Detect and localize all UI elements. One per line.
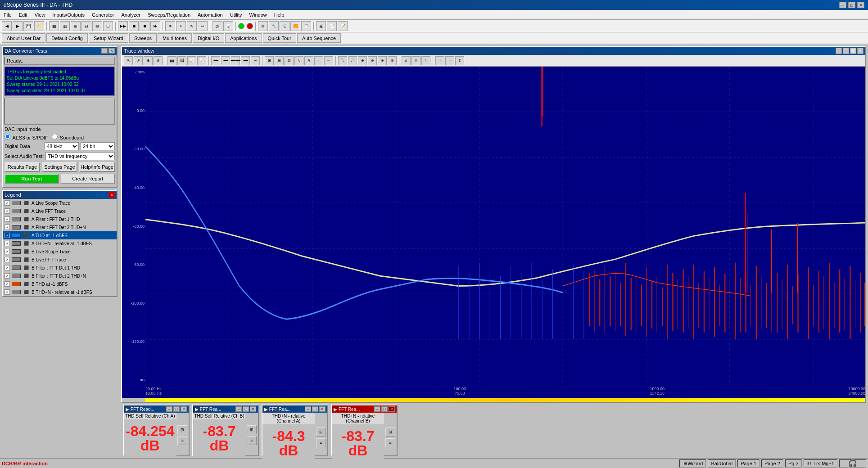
fft1-close-btn[interactable]: ×	[181, 406, 187, 412]
legend-check-1[interactable]: ✓	[5, 208, 10, 214]
toolbar-btn-15[interactable]: ≋	[165, 21, 175, 31]
toolbar-btn-28[interactable]: 📝	[338, 21, 348, 31]
menu-sweeps[interactable]: Sweeps/Regulation	[144, 11, 194, 18]
run-test-button[interactable]: Run Test	[5, 174, 59, 184]
fft4-side-btn-1[interactable]: ⊞	[385, 428, 395, 436]
fft4-max-btn[interactable]: □	[381, 406, 388, 412]
trace-tool-3[interactable]: ⊕	[144, 56, 153, 65]
close-button[interactable]: ×	[857, 2, 864, 8]
trace-tool-10[interactable]: ⟶	[221, 56, 230, 65]
toolbar-btn-24[interactable]: 📶	[290, 21, 300, 31]
trace-tool-20[interactable]: ∾	[324, 56, 333, 65]
led-green[interactable]	[238, 23, 244, 29]
menu-edit[interactable]: Edit	[15, 11, 31, 18]
radio-soundcard-label[interactable]: Soundcard	[52, 134, 84, 140]
legend-check-3[interactable]: ✓	[5, 225, 10, 230]
toolbar-btn-18[interactable]: ∾	[198, 21, 208, 31]
bit-select[interactable]: 24 bit	[81, 142, 115, 150]
trace-tool-16[interactable]: ⊡	[285, 56, 294, 65]
trace-tool-6[interactable]: 🖼	[177, 56, 186, 65]
menu-analyzer[interactable]: Analyzer	[118, 11, 144, 18]
toolbar-btn-23[interactable]: 📡	[280, 21, 289, 31]
legend-item-4[interactable]: ✓ ⬛ A THD at -1 dBFS	[3, 231, 117, 239]
trace-close-btn[interactable]: ×	[857, 48, 863, 54]
trace-tool-11[interactable]: ⟵⟶	[231, 56, 240, 65]
trace-tool-17[interactable]: ∿	[294, 56, 303, 65]
audio-test-select[interactable]: THD vs frequency	[45, 152, 115, 160]
menu-help[interactable]: Help	[271, 11, 288, 18]
legend-check-5[interactable]: ✓	[5, 241, 10, 246]
trace-tool-19[interactable]: ≈	[314, 56, 323, 65]
toolbar-btn-12[interactable]: ⏹	[129, 21, 139, 31]
trace-tool-2[interactable]: ↗	[134, 56, 143, 65]
digital-io-button[interactable]: Digital I/O	[193, 33, 224, 43]
toolbar-btn-20[interactable]: 📊	[223, 21, 233, 31]
da-minimize-btn[interactable]: −	[101, 48, 108, 54]
create-report-button[interactable]: Create Report	[61, 174, 115, 184]
trace-tool-9[interactable]: ⟵	[211, 56, 220, 65]
toolbar-btn-9[interactable]: ⊠	[92, 21, 102, 31]
trace-tool-23[interactable]: ⊕	[358, 56, 367, 65]
x-scrollbar[interactable]	[145, 398, 865, 402]
toolbar-btn-22[interactable]: 🔧	[269, 21, 279, 31]
trace-tool-22[interactable]: 🔎	[348, 56, 357, 65]
fft3-max-btn[interactable]: □	[312, 406, 318, 412]
fft4-close-btn[interactable]: ×	[389, 406, 395, 412]
legend-check-11[interactable]: ✓	[5, 289, 10, 295]
toolbar-btn-3[interactable]: 💾	[23, 21, 33, 31]
maximize-button[interactable]: □	[848, 2, 855, 8]
fft3-min-btn[interactable]: −	[305, 406, 311, 412]
trace-tool-13[interactable]: ∼	[251, 56, 260, 65]
trace-tool-32[interactable]: ⟪	[455, 56, 464, 65]
fft2-side-btn-2[interactable]: ≡	[247, 436, 257, 445]
radio-aes3-label[interactable]: AES3 or S/PDIF	[5, 134, 48, 140]
menu-window[interactable]: Window	[246, 11, 271, 18]
about-user-bar-button[interactable]: About User Bar	[2, 33, 45, 43]
default-config-button[interactable]: Default Config	[46, 33, 88, 43]
trace-tool-26[interactable]: ⊘	[388, 56, 397, 65]
toolbar-btn-6[interactable]: ▥	[60, 21, 70, 31]
fft3-side-btn-1[interactable]: ⊞	[316, 428, 326, 436]
fft1-side-btn-1[interactable]: ⊞	[177, 425, 187, 434]
trace-tool-7[interactable]: 📊	[187, 56, 196, 65]
trace-tool-24[interactable]: ⊖	[368, 56, 377, 65]
fft4-side-btn-2[interactable]: ≡	[385, 438, 395, 447]
toolbar-btn-2[interactable]: ▶	[13, 21, 23, 31]
trace-tool-15[interactable]: ⊟	[275, 56, 284, 65]
fft3-close-btn[interactable]: ×	[319, 406, 326, 412]
fft1-min-btn[interactable]: −	[166, 406, 172, 412]
setup-wizard-button[interactable]: Setup Wizard	[89, 33, 128, 43]
trace-tool-8[interactable]: 📈	[197, 56, 206, 65]
toolbar-btn-25[interactable]: 📋	[301, 21, 311, 31]
toolbar-btn-26[interactable]: 🖨	[316, 21, 326, 31]
sweeps-button[interactable]: Sweeps	[129, 33, 157, 43]
trace-tool-25[interactable]: ⊗	[378, 56, 387, 65]
toolbar-btn-16[interactable]: ≈	[176, 21, 186, 31]
fft4-min-btn[interactable]: −	[374, 406, 380, 412]
trace-tool-1[interactable]: ↖	[124, 56, 133, 65]
toolbar-btn-10[interactable]: ⊡	[103, 21, 113, 31]
fft2-min-btn[interactable]: −	[235, 406, 242, 412]
radio-soundcard[interactable]	[52, 134, 58, 140]
trace-tool-18[interactable]: ≋	[304, 56, 313, 65]
menu-view[interactable]: View	[31, 11, 49, 18]
minimize-button[interactable]: −	[839, 2, 846, 8]
menu-inputs-outputs[interactable]: Inputs/Outputs	[49, 11, 88, 18]
legend-check-2[interactable]: ✓	[5, 216, 10, 222]
legend-check-8[interactable]: ✓	[5, 265, 10, 270]
fft3-side-btn-2[interactable]: ≡	[316, 438, 326, 447]
toolbar-btn-17[interactable]: ∿	[187, 21, 197, 31]
trace-tool-5[interactable]: 📷	[167, 56, 176, 65]
menu-generator[interactable]: Generator	[88, 11, 118, 18]
fft2-max-btn[interactable]: □	[243, 406, 249, 412]
legend-check-10[interactable]: ✓	[5, 281, 10, 287]
legend-check-7[interactable]: ✓	[5, 257, 10, 262]
legend-close-btn[interactable]: ×	[108, 192, 115, 198]
trace-restore-btn[interactable]: □	[843, 48, 849, 54]
toolbar-btn-19[interactable]: 🔊	[212, 21, 222, 31]
toolbar-btn-4[interactable]: 📁	[34, 21, 44, 31]
menu-file[interactable]: File	[0, 11, 15, 18]
legend-check-4[interactable]: ✓	[5, 233, 10, 238]
quick-tour-button[interactable]: Quick Tour	[263, 33, 296, 43]
legend-check-0[interactable]: ✓	[5, 200, 10, 206]
